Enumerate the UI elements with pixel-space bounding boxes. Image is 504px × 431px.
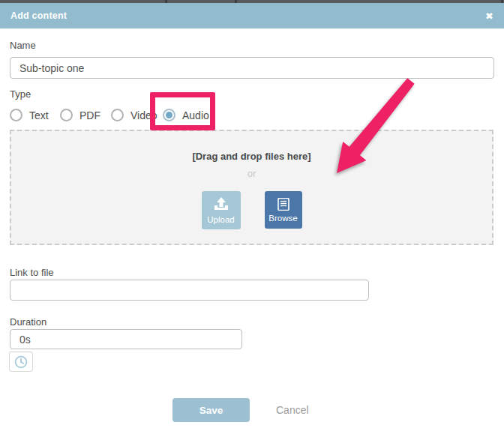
close-icon[interactable]: ✖: [485, 11, 494, 21]
browse-file-icon: [278, 198, 290, 211]
browse-button-label: Browse: [268, 214, 297, 223]
radio-circle-icon: [111, 109, 124, 121]
radio-audio[interactable]: Audio: [163, 109, 209, 121]
link-to-file-label: Link to file: [10, 267, 54, 278]
browse-button[interactable]: Browse: [265, 191, 302, 229]
clock-icon: [14, 355, 28, 369]
radio-pdf-label: PDF: [80, 109, 100, 121]
add-content-dialog: Add content ✖ Name Type Text PDF Video A…: [0, 0, 504, 431]
radio-text-label: Text: [29, 109, 49, 121]
upload-button[interactable]: Upload: [202, 191, 241, 229]
radio-pdf[interactable]: PDF: [60, 109, 100, 121]
duration-label: Duration: [10, 316, 46, 328]
modal-title: Add content: [10, 10, 67, 21]
radio-video[interactable]: Video: [111, 109, 158, 121]
dropzone-or-text: or: [248, 168, 256, 179]
upload-button-label: Upload: [207, 215, 234, 224]
radio-video-label: Video: [130, 109, 158, 121]
dropzone-drag-text: [Drag and drop files here]: [192, 151, 310, 162]
radio-circle-icon: [10, 109, 22, 121]
radio-circle-icon: [60, 109, 73, 121]
cancel-button[interactable]: Cancel: [276, 404, 309, 416]
type-label: Type: [10, 88, 31, 100]
duration-input[interactable]: [10, 329, 242, 349]
modal-header: Add content ✖: [0, 3, 504, 28]
name-label: Name: [10, 40, 36, 51]
file-dropzone[interactable]: [Drag and drop files here] or Upload: [10, 130, 494, 245]
radio-audio-label: Audio: [182, 109, 209, 121]
duration-timepicker-button[interactable]: [9, 352, 33, 372]
radio-circle-selected-icon: [163, 109, 176, 121]
upload-icon: [213, 197, 230, 212]
link-to-file-input[interactable]: [10, 280, 369, 301]
modal-body: Name Type Text PDF Video Audio: [0, 28, 504, 431]
name-input[interactable]: [10, 57, 494, 79]
save-button[interactable]: Save: [172, 398, 250, 422]
radio-text[interactable]: Text: [10, 109, 49, 121]
